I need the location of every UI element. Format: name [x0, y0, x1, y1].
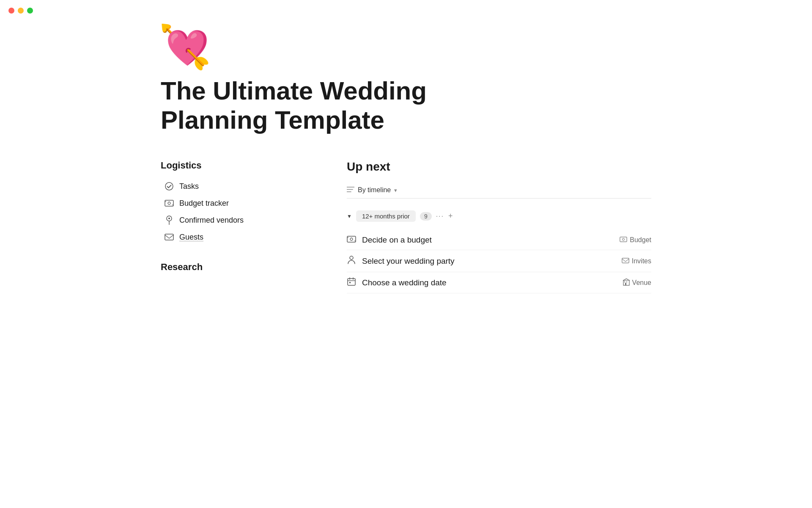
logistics-nav: Tasks Budget tracker — [161, 179, 321, 245]
svg-rect-24 — [349, 282, 351, 283]
task-row-decide-budget[interactable]: Decide on a budget Budget — [347, 230, 651, 250]
chevron-down-icon: ▾ — [394, 187, 397, 193]
task-tag-budget: Budget — [620, 236, 651, 244]
task-tag-invites: Invites — [622, 257, 651, 265]
person-task-icon — [347, 255, 356, 267]
traffic-light-red[interactable] — [8, 8, 14, 14]
nav-item-budget-tracker[interactable]: Budget tracker — [161, 196, 321, 211]
right-column: Up next By timeline ▾ ▼ 12+ months prior… — [347, 160, 651, 293]
task-label-select-party: Select your wedding party — [362, 257, 455, 266]
svg-point-0 — [165, 182, 173, 190]
svg-rect-16 — [620, 237, 627, 242]
timeline-add-icon[interactable]: + — [448, 212, 453, 221]
svg-point-6 — [168, 218, 170, 219]
nav-confirmed-vendors-label: Confirmed vendors — [179, 216, 244, 225]
filter-label: By timeline — [358, 186, 391, 194]
logistics-heading: Logistics — [161, 160, 321, 171]
nav-guests-label: Guests — [179, 233, 203, 242]
task-right-wedding-date: Venue — [623, 278, 651, 287]
envelope-tag-icon — [622, 257, 629, 265]
up-next-heading: Up next — [347, 160, 651, 174]
task-left-decide-budget: Decide on a budget — [347, 235, 432, 245]
traffic-light-green[interactable] — [27, 8, 33, 14]
task-list: Decide on a budget Budget — [347, 230, 651, 293]
nav-item-confirmed-vendors[interactable]: Confirmed vendors — [161, 213, 321, 228]
task-label-wedding-date: Choose a wedding date — [362, 278, 447, 287]
svg-point-2 — [168, 202, 170, 204]
task-tag-venue-label: Venue — [632, 279, 651, 287]
filter-list-icon — [347, 186, 354, 194]
banknote-tag-icon — [620, 236, 627, 244]
banknote-task-icon — [347, 236, 356, 245]
task-left-select-party: Select your wedding party — [347, 255, 455, 267]
main-content: 💘 The Ultimate Wedding Planning Template… — [110, 0, 702, 327]
traffic-lights — [8, 8, 33, 14]
venue-tag-icon — [623, 278, 630, 287]
content-grid: Logistics Tasks — [161, 160, 651, 293]
task-row-select-party[interactable]: Select your wedding party Invites — [347, 250, 651, 272]
svg-rect-8 — [165, 234, 173, 240]
svg-rect-28 — [626, 282, 627, 282]
svg-rect-19 — [622, 258, 629, 262]
task-label-decide-budget: Decide on a budget — [362, 235, 432, 245]
task-tag-venue: Venue — [623, 278, 651, 287]
task-row-wedding-date[interactable]: Choose a wedding date — [347, 272, 651, 293]
nav-budget-tracker-label: Budget tracker — [179, 199, 229, 208]
svg-rect-27 — [624, 282, 625, 282]
collapse-arrow-icon[interactable]: ▼ — [347, 213, 352, 219]
svg-rect-12 — [347, 236, 356, 242]
research-heading: Research — [161, 262, 321, 273]
traffic-light-yellow[interactable] — [18, 8, 24, 14]
timeline-group-header: ▼ 12+ months prior 9 ··· + — [347, 205, 651, 227]
timeline-count: 9 — [420, 212, 432, 221]
timeline-badge: 12+ months prior — [356, 210, 416, 222]
calendar-task-icon — [347, 277, 356, 288]
nav-item-tasks[interactable]: Tasks — [161, 179, 321, 194]
envelope-icon — [164, 232, 174, 242]
filter-row[interactable]: By timeline ▾ — [347, 182, 651, 199]
left-column: Logistics Tasks — [161, 160, 321, 273]
svg-point-18 — [350, 256, 353, 260]
checkmark-icon — [164, 181, 174, 191]
svg-rect-1 — [165, 200, 173, 206]
nav-tasks-label: Tasks — [179, 182, 199, 191]
task-right-select-party: Invites — [622, 257, 651, 265]
page-title: The Ultimate Wedding Planning Template — [161, 76, 499, 135]
svg-point-17 — [623, 238, 625, 240]
timeline-more-icon[interactable]: ··· — [436, 213, 444, 220]
banknote-icon — [164, 198, 174, 208]
task-right-decide-budget: Budget — [620, 236, 651, 244]
task-tag-budget-label: Budget — [630, 236, 651, 244]
svg-rect-20 — [348, 279, 355, 285]
page-icon: 💘 — [159, 25, 651, 68]
pin-icon — [164, 215, 174, 225]
nav-item-guests[interactable]: Guests — [161, 229, 321, 245]
task-tag-invites-label: Invites — [632, 257, 651, 265]
svg-rect-26 — [625, 283, 626, 285]
task-left-wedding-date: Choose a wedding date — [347, 277, 447, 288]
svg-point-13 — [350, 238, 353, 240]
